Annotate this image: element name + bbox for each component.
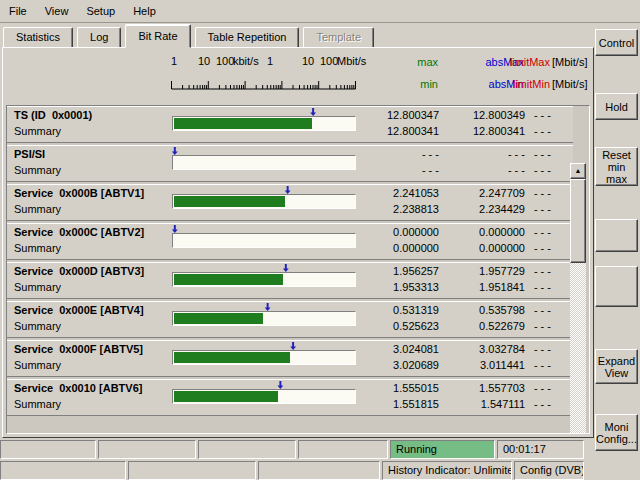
value-limitmax: - - - [503,382,551,394]
value-max: 12.800347 [359,109,439,121]
tab-bit-rate[interactable]: Bit Rate [125,24,190,48]
value-min: 0.000000 [359,242,439,254]
blank-button[interactable] [595,219,638,252]
bitrate-row[interactable]: Service 0x000E [ABTV4]Summary0.5313190.5… [7,301,573,338]
scroll-up-icon[interactable]: ▲ [570,163,586,179]
bitrate-marker-icon [171,225,178,233]
row-title: Service 0x000D [ABTV3] [14,265,144,277]
row-subtitle: Summary [14,398,61,410]
menu-setup[interactable]: Setup [77,2,124,20]
bitrate-row[interactable]: Service 0x000B [ABTV1]Summary2.2410532.2… [7,184,573,221]
log-ruler-icon [171,76,357,90]
header-min: min [358,78,438,90]
value-max: 0.000000 [359,226,439,238]
app-window: File View Setup Help Statistics Log Bit … [0,0,640,480]
bitrate-row[interactable]: PSI/SISummary- - -- - -- - -- - -- - -- … [7,145,573,182]
bitrate-row[interactable]: Service 0x000C [ABTV2]Summary0.0000000.0… [7,223,573,260]
status-cell-empty [0,440,96,459]
header-unit: [Mbit/s] [552,78,592,90]
bitrate-bar [172,116,356,131]
value-limitmax: - - - [503,148,551,160]
row-title: Service 0x000E [ABTV4] [14,304,144,316]
bitrate-list: TS (ID 0x0001)Summary12.80034712.8003411… [6,105,590,434]
value-limitmin: - - - [503,398,551,410]
value-limitmin: - - - [503,281,551,293]
bitrate-marker-icon [277,381,284,389]
value-min: 1.551815 [359,398,439,410]
column-header: 1 10 100 kbit/s 1 10 100 Mbit/s max absM… [3,48,593,104]
value-limitmax: - - - [503,187,551,199]
value-max: 0.531319 [359,304,439,316]
bitrate-bar [172,194,356,209]
menu-file[interactable]: File [0,2,36,20]
scale-label: kbit/s [233,55,259,67]
moni-config-button[interactable]: Moni Config... [595,414,638,451]
value-min: - - - [359,164,439,176]
value-limitmin: - - - [503,242,551,254]
tab-table-repetition[interactable]: Table Repetition [195,27,300,48]
bit-rate-panel: 1 10 100 kbit/s 1 10 100 Mbit/s max absM… [2,47,594,438]
bitrate-row[interactable]: Service 0x000D [ABTV3]Summary1.9562571.9… [7,262,573,299]
bitrate-bar [172,389,356,404]
row-subtitle: Summary [14,320,61,332]
bitrate-row[interactable]: Service 0x000F [ABTV5]Summary3.0240813.0… [7,340,573,377]
bitrate-marker-icon [264,303,271,311]
status-cell-empty [198,440,296,459]
row-title: Service 0x000C [ABTV2] [14,226,144,238]
value-max: 3.024081 [359,343,439,355]
value-max: 2.241053 [359,187,439,199]
tab-bar: Statistics Log Bit Rate Table Repetition… [0,24,594,48]
menu-view[interactable]: View [36,2,78,20]
value-min: 3.020689 [359,359,439,371]
value-limitmax: - - - [503,226,551,238]
scale-label: 100 [216,55,234,67]
bitrate-bar-fill [174,313,263,324]
value-limitmax: - - - [503,109,551,121]
bitrate-row[interactable]: TS (ID 0x0001)Summary12.80034712.8003411… [7,106,573,143]
bitrate-bar [172,233,356,248]
value-limitmax: - - - [503,304,551,316]
expand-view-button[interactable]: Expand View [595,349,638,384]
bitrate-marker-icon [171,147,178,155]
header-max: max [358,56,438,68]
value-min: 0.525623 [359,320,439,332]
value-limitmin: - - - [503,359,551,371]
tab-log[interactable]: Log [77,27,121,48]
value-max: 1.956257 [359,265,439,277]
bitrate-bar-fill [174,274,283,285]
hold-button[interactable]: Hold [595,93,638,120]
elapsed-time: 00:01:17 [497,440,584,459]
row-subtitle: Summary [14,125,61,137]
value-limitmin: - - - [503,320,551,332]
bitrate-bar-fill [174,352,290,363]
row-subtitle: Summary [14,359,61,371]
control-button[interactable]: Control [595,29,638,56]
reset-min-max-button[interactable]: Reset min max [595,147,638,186]
scale-label: 10 [302,55,314,67]
bitrate-bar-fill [174,391,278,402]
tab-statistics[interactable]: Statistics [3,27,73,48]
vertical-scrollbar[interactable]: ▲ ▼ [570,163,586,434]
value-limitmax: - - - [503,265,551,277]
blank-button[interactable] [595,266,638,307]
header-limitmin: limitMin [490,78,550,90]
bitrate-bar-fill [174,118,312,129]
row-subtitle: Summary [14,164,61,176]
menu-help[interactable]: Help [124,2,165,20]
scale-label: 100 [320,55,338,67]
header-limitmax: limitMax [490,56,550,68]
value-min: 12.800341 [359,125,439,137]
row-title: Service 0x000B [ABTV1] [14,187,144,199]
value-min: 2.238813 [359,203,439,215]
status-cell-empty [0,461,126,480]
config-indicator: Config (DVB) [514,461,584,480]
value-limitmax: - - - [503,343,551,355]
scrollbar-thumb[interactable] [570,179,586,263]
row-title: PSI/SI [14,148,45,160]
value-max: 1.555015 [359,382,439,394]
value-limitmin: - - - [503,164,551,176]
bitrate-row[interactable]: Service 0x0010 [ABTV6]Summary1.5550151.5… [7,379,573,416]
status-cell-empty [258,461,380,480]
status-cell-empty [128,461,256,480]
bitrate-bar [172,155,356,170]
